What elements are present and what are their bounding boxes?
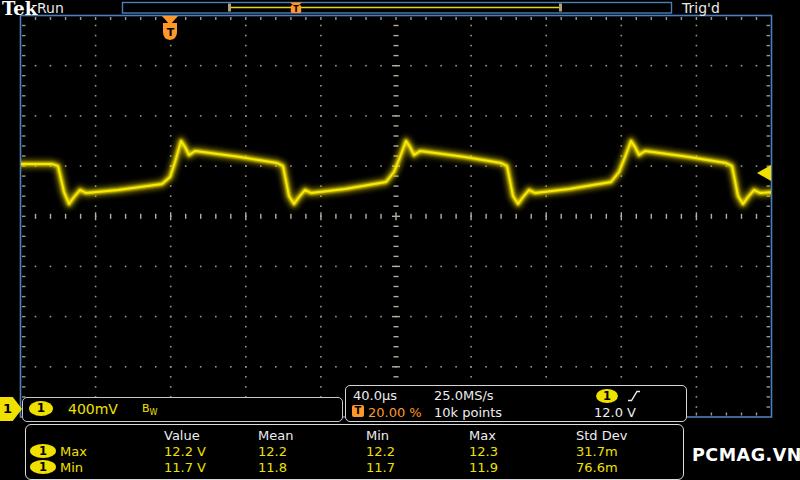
timebase-readout: 40.0μs bbox=[353, 388, 397, 403]
meas-value: 12.2 V bbox=[164, 444, 258, 459]
meas-label: Max bbox=[60, 444, 164, 459]
col-min: Min bbox=[366, 428, 469, 443]
col-stddev: Std Dev bbox=[576, 428, 683, 443]
trigger-level-arrow-icon[interactable] bbox=[757, 165, 771, 181]
measurement-row-max: 1 Max 12.2 V 12.2 12.2 12.3 31.7m bbox=[26, 443, 683, 459]
trigger-level-readout: 12.0 V bbox=[594, 405, 636, 420]
pcmag-watermark: PCMAG.VN bbox=[692, 445, 800, 465]
trigger-t-icon: T bbox=[352, 405, 364, 417]
waveform-trace-ch1 bbox=[20, 141, 775, 204]
meas-mean: 11.8 bbox=[258, 460, 366, 475]
measurement-header-row: Value Mean Min Max Std Dev bbox=[26, 427, 683, 443]
trigger-position-readout: 20.00 % bbox=[368, 405, 422, 420]
record-length-readout: 10k points bbox=[434, 405, 502, 420]
bw-main: B bbox=[142, 402, 150, 415]
graticule-grid bbox=[22, 17, 770, 416]
oscilloscope-screen: T T Tek Run Trig'd 1 1 400mV BW 40.0μs 2… bbox=[0, 0, 800, 480]
meas-mean: 12.2 bbox=[258, 444, 366, 459]
trigger-source-badge: 1 bbox=[596, 389, 618, 403]
trigger-position-marker-icon[interactable]: T bbox=[162, 16, 178, 40]
svg-text:T: T bbox=[293, 5, 299, 14]
col-max: Max bbox=[469, 428, 576, 443]
col-mean: Mean bbox=[258, 428, 366, 443]
meas-max: 11.9 bbox=[469, 460, 576, 475]
acq-window-left-bracket-icon bbox=[228, 4, 231, 12]
acquisition-preview-bar[interactable]: T bbox=[123, 3, 672, 15]
sample-rate-readout: 25.0MS/s bbox=[434, 388, 494, 403]
tek-logo: Tek bbox=[2, 0, 37, 19]
svg-text:T: T bbox=[167, 26, 175, 39]
meas-value: 11.7 V bbox=[164, 460, 258, 475]
measurement-row-min: 1 Min 11.7 V 11.8 11.7 11.9 76.6m bbox=[26, 459, 683, 475]
channel-1-badge: 1 bbox=[29, 401, 53, 416]
meas-stddev: 31.7m bbox=[576, 444, 683, 459]
meas-min: 11.7 bbox=[366, 460, 469, 475]
meas-label: Min bbox=[60, 460, 164, 475]
trigger-status: Trig'd bbox=[682, 0, 720, 16]
horizontal-trigger-readout-box[interactable]: 40.0μs 25.0MS/s 1 T 20.00 % 10k points 1… bbox=[345, 385, 687, 422]
bandwidth-limit-icon: BW bbox=[142, 402, 157, 417]
acq-window-right-bracket-icon bbox=[559, 4, 562, 12]
meas-stddev: 76.6m bbox=[576, 460, 683, 475]
measurement-table: Value Mean Min Max Std Dev 1 Max 12.2 V … bbox=[25, 424, 684, 480]
channel-scale: 400mV bbox=[68, 401, 118, 417]
channel-1-badge: 1 bbox=[30, 460, 56, 474]
bw-sub: W bbox=[150, 408, 158, 417]
acquisition-status: Run bbox=[37, 0, 64, 16]
meas-min: 12.2 bbox=[366, 444, 469, 459]
channel-1-badge: 1 bbox=[30, 444, 56, 458]
meas-max: 12.3 bbox=[469, 444, 576, 459]
slope-rising-icon bbox=[627, 389, 641, 403]
col-value: Value bbox=[164, 428, 258, 443]
channel-readout-box[interactable]: 1 400mV BW bbox=[22, 397, 343, 422]
